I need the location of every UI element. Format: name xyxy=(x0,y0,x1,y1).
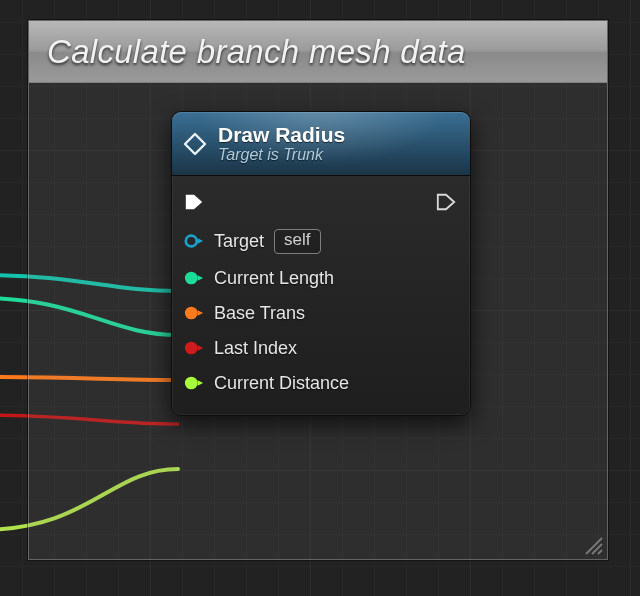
pin-row-current-distance: Current Distance xyxy=(182,366,458,401)
comment-box[interactable]: Calculate branch mesh data Draw Radius T… xyxy=(28,20,608,560)
base-trans-label: Base Trans xyxy=(214,303,305,324)
svg-point-2 xyxy=(185,272,198,285)
pin-row-last-index: Last Index xyxy=(182,331,458,366)
svg-point-1 xyxy=(186,236,197,247)
node-header[interactable]: Draw Radius Target is Trunk xyxy=(172,112,470,176)
node-title: Draw Radius xyxy=(218,123,345,146)
current-distance-label: Current Distance xyxy=(214,373,349,394)
last-index-pin[interactable] xyxy=(184,338,204,358)
svg-line-8 xyxy=(598,550,602,554)
pin-row-base-trans: Base Trans xyxy=(182,296,458,331)
pin-row-target: Target self xyxy=(182,222,458,261)
current-length-label: Current Length xyxy=(214,268,334,289)
exec-in-pin[interactable] xyxy=(184,192,204,212)
node-subtitle: Target is Trunk xyxy=(218,146,345,164)
function-node-icon xyxy=(182,131,208,157)
svg-point-3 xyxy=(185,307,198,320)
svg-point-4 xyxy=(185,342,198,355)
comment-header[interactable]: Calculate branch mesh data xyxy=(29,21,607,83)
node-draw-radius[interactable]: Draw Radius Target is Trunk xyxy=(171,111,471,416)
comment-title: Calculate branch mesh data xyxy=(47,33,466,71)
target-label: Target xyxy=(214,231,264,252)
pin-row-current-length: Current Length xyxy=(182,261,458,296)
exec-out-pin[interactable] xyxy=(436,192,456,212)
target-default-value[interactable]: self xyxy=(274,229,320,254)
current-length-pin[interactable] xyxy=(184,268,204,288)
last-index-label: Last Index xyxy=(214,338,297,359)
current-distance-pin[interactable] xyxy=(184,373,204,393)
comment-body[interactable]: Draw Radius Target is Trunk xyxy=(29,83,607,559)
svg-point-5 xyxy=(185,377,198,390)
resize-grip-icon[interactable] xyxy=(582,534,604,556)
target-pin[interactable] xyxy=(184,231,204,251)
base-trans-pin[interactable] xyxy=(184,303,204,323)
svg-marker-0 xyxy=(185,134,205,154)
node-body: Target self Current Length xyxy=(172,176,470,415)
